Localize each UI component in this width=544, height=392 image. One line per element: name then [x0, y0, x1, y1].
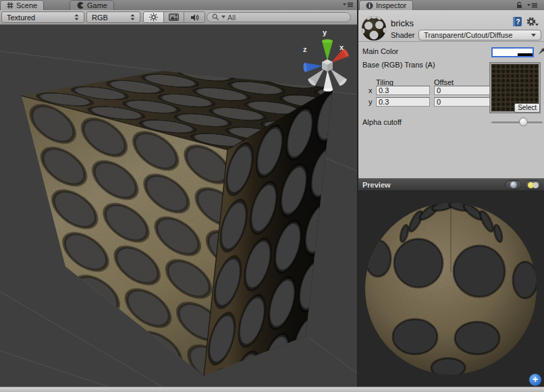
color-channel-dropdown[interactable]: RGB [86, 11, 140, 23]
preview-mesh-button[interactable] [505, 180, 522, 190]
gizmo-z-label: z [303, 45, 307, 53]
unity-editor-window: Scene Game Textured RGB [0, 0, 544, 392]
offset-x-input[interactable] [434, 86, 490, 95]
tab-inspector-label: Inspector [376, 1, 406, 9]
material-sphere-icon [360, 14, 387, 41]
preview-body[interactable]: + [358, 191, 544, 387]
render-mode-value: Textured [7, 13, 35, 22]
scene-viewport[interactable]: y x z [0, 25, 357, 387]
sphere-icon [510, 181, 517, 188]
color-channel-value: RGB [92, 13, 108, 22]
gear-icon[interactable] [526, 16, 539, 27]
alpha-bar [518, 53, 533, 56]
alpha-cutoff-slider-track[interactable] [491, 121, 543, 123]
search-icon [212, 13, 219, 21]
skybox-toggle-button[interactable] [164, 12, 184, 22]
image-icon [169, 13, 179, 21]
scene-tabstrip: Scene Game [0, 0, 357, 10]
tab-scene-label: Scene [16, 1, 37, 9]
updown-arrows-icon [130, 14, 135, 20]
row-x-label: x [369, 86, 373, 94]
row-y-label: y [369, 98, 373, 106]
base-map-label: Base (RGB) Trans (A) [362, 61, 435, 69]
svg-text:?: ? [516, 18, 520, 26]
main-color-label: Main Color [362, 47, 398, 55]
tab-game-label: Game [87, 1, 107, 9]
lock-icon[interactable] [516, 1, 523, 9]
scene-search-field[interactable]: All [207, 12, 351, 22]
alpha-cutoff-label: Alpha cutoff [362, 118, 402, 126]
alpha-cutoff-slider-thumb[interactable] [519, 117, 528, 126]
scene-view-toggles [143, 11, 205, 23]
eyedropper-icon[interactable] [537, 47, 544, 57]
inspector-panel: bricks Shader Transparent/Cutout/Diffuse… [358, 10, 544, 178]
search-value: All [227, 13, 236, 22]
updown-arrows-icon [74, 14, 79, 20]
preview-header[interactable]: Preview [358, 178, 544, 191]
base-texture-thumbnail[interactable]: Select [489, 62, 541, 113]
preview-sphere[interactable] [358, 191, 544, 387]
sun-icon [149, 13, 158, 22]
add-preview-button[interactable]: + [529, 374, 541, 386]
scene-grid-icon [7, 2, 13, 9]
inspector-strip-icons [516, 1, 538, 9]
scene-toolbar: Textured RGB [0, 10, 357, 25]
offset-y-input[interactable] [434, 97, 490, 107]
info-icon [366, 2, 373, 9]
scene-panel-menu[interactable] [343, 1, 354, 8]
gizmo-y-label: y [323, 28, 327, 36]
preview-light-button[interactable] [524, 180, 541, 190]
tab-scene[interactable]: Scene [1, 1, 43, 10]
inspector-tabstrip: Inspector [358, 0, 544, 10]
tab-game[interactable]: Game [70, 1, 113, 10]
shader-label: Shader [391, 31, 414, 39]
audio-toggle-button[interactable] [184, 12, 205, 22]
light-icon [528, 181, 539, 188]
texture-select-button[interactable]: Select [514, 103, 540, 113]
render-mode-dropdown[interactable]: Textured [1, 11, 84, 23]
panel-menu-icon [343, 1, 354, 8]
tiling-y-input[interactable] [376, 97, 430, 107]
search-filter-arrow-icon [221, 16, 225, 19]
speaker-icon [190, 13, 199, 22]
tab-inspector[interactable]: Inspector [360, 1, 412, 10]
shader-value: Transparent/Cutout/Diffuse [424, 31, 512, 39]
gizmo-x-label: x [339, 43, 344, 51]
inspector-menu-icon[interactable] [527, 2, 538, 9]
lighting-toggle-button[interactable] [144, 12, 164, 22]
dropdown-arrow-icon [531, 34, 536, 37]
status-bar [0, 387, 544, 392]
shader-dropdown[interactable]: Transparent/Cutout/Diffuse [418, 30, 541, 40]
material-name: bricks [391, 18, 414, 28]
preview-title: Preview [362, 181, 391, 189]
tiling-x-input[interactable] [376, 86, 430, 95]
game-pacman-icon [76, 1, 84, 9]
help-icon[interactable]: ? [512, 16, 522, 27]
main-color-swatch[interactable] [491, 47, 534, 57]
